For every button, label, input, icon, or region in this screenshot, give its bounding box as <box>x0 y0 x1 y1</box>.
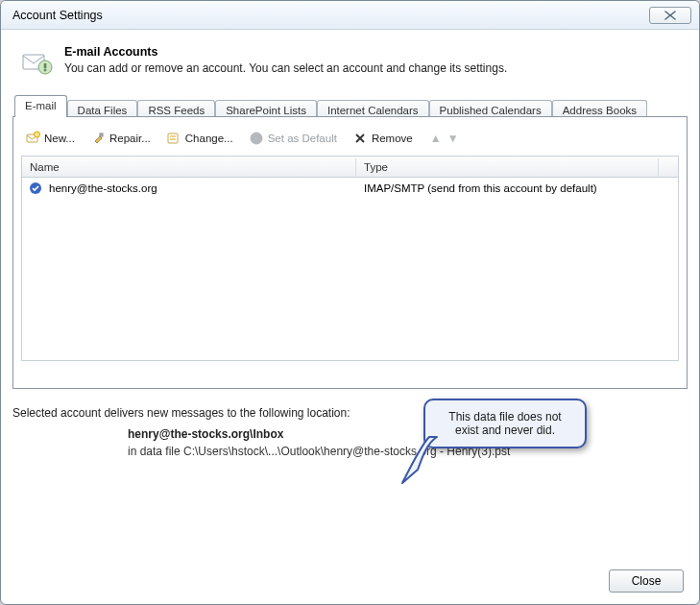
header-title: E-mail Accounts <box>64 45 507 59</box>
svg-rect-9 <box>170 138 176 140</box>
default-account-icon <box>28 181 43 196</box>
email-accounts-icon <box>20 45 55 80</box>
toolbar-label: Remove <box>372 133 413 144</box>
repair-icon <box>90 131 106 146</box>
table-header: Name Type <box>22 157 678 178</box>
tab-content: New... Repair... Change... <box>12 116 688 389</box>
close-icon <box>663 11 678 20</box>
tab-label: RSS Feeds <box>148 105 205 116</box>
move-up-icon: ▲ <box>430 132 442 145</box>
titlebar: Account Settings <box>1 1 699 30</box>
tab-email[interactable]: E-mail <box>14 95 67 117</box>
account-name: henry@the-stocks.org <box>49 182 157 194</box>
svg-rect-8 <box>170 135 176 137</box>
reorder-arrows: ▲ ▼ <box>430 132 459 145</box>
new-button[interactable]: New... <box>23 129 77 148</box>
header-text: E-mail Accounts You can add or remove an… <box>64 45 507 75</box>
accounts-table: Name Type henry@the-stocks.org IMAP/SMTP… <box>21 156 679 361</box>
column-header-name[interactable]: Name <box>22 158 356 176</box>
callout-text: This data file does not exist and never … <box>448 410 561 437</box>
close-button[interactable]: Close <box>609 569 684 593</box>
tab-label: E-mail <box>25 100 57 111</box>
header: E-mail Accounts You can add or remove an… <box>12 39 688 93</box>
window-title: Account Settings <box>12 9 649 22</box>
tab-strip: E-mail Data Files RSS Feeds SharePoint L… <box>12 93 688 116</box>
toolbar: New... Repair... Change... <box>21 125 679 156</box>
toolbar-label: Repair... <box>109 133 151 144</box>
tab-label: SharePoint Lists <box>226 105 306 116</box>
tab-label: Published Calendars <box>440 105 542 116</box>
toolbar-label: Change... <box>185 133 233 144</box>
svg-rect-2 <box>44 63 47 68</box>
check-circle-icon <box>249 131 264 146</box>
tab-label: Address Books <box>563 105 637 116</box>
table-row[interactable]: henry@the-stocks.org IMAP/SMTP (send fro… <box>22 178 678 199</box>
callout-tail-icon <box>400 431 458 489</box>
toolbar-label: New... <box>44 133 75 144</box>
button-label: Close <box>632 574 662 588</box>
tab-label: Data Files <box>78 105 128 116</box>
client-area: E-mail Accounts You can add or remove an… <box>1 30 699 604</box>
svg-point-5 <box>35 132 40 137</box>
change-button[interactable]: Change... <box>164 129 235 148</box>
column-header-spacer <box>659 164 678 170</box>
remove-button[interactable]: Remove <box>350 129 415 148</box>
tab-label: Internet Calendars <box>327 105 419 116</box>
remove-icon <box>352 131 368 146</box>
footer: Close <box>609 569 684 593</box>
repair-button[interactable]: Repair... <box>88 129 153 148</box>
annotation-callout: This data file does not exist and never … <box>423 399 587 448</box>
account-settings-window: Account Settings E-mail Accounts You can… <box>0 0 700 605</box>
column-header-type[interactable]: Type <box>356 158 659 176</box>
header-subtitle: You can add or remove an account. You ca… <box>64 61 507 75</box>
set-default-button: Set as Default <box>247 129 339 148</box>
account-type: IMAP/SMTP (send from this account by def… <box>356 182 678 194</box>
toolbar-label: Set as Default <box>268 133 337 144</box>
svg-rect-6 <box>100 133 103 136</box>
new-icon <box>25 131 40 146</box>
change-icon <box>166 131 181 146</box>
window-close-button[interactable] <box>649 7 691 24</box>
move-down-icon: ▼ <box>447 132 459 145</box>
svg-point-3 <box>44 69 47 72</box>
table-body: henry@the-stocks.org IMAP/SMTP (send fro… <box>22 178 678 360</box>
